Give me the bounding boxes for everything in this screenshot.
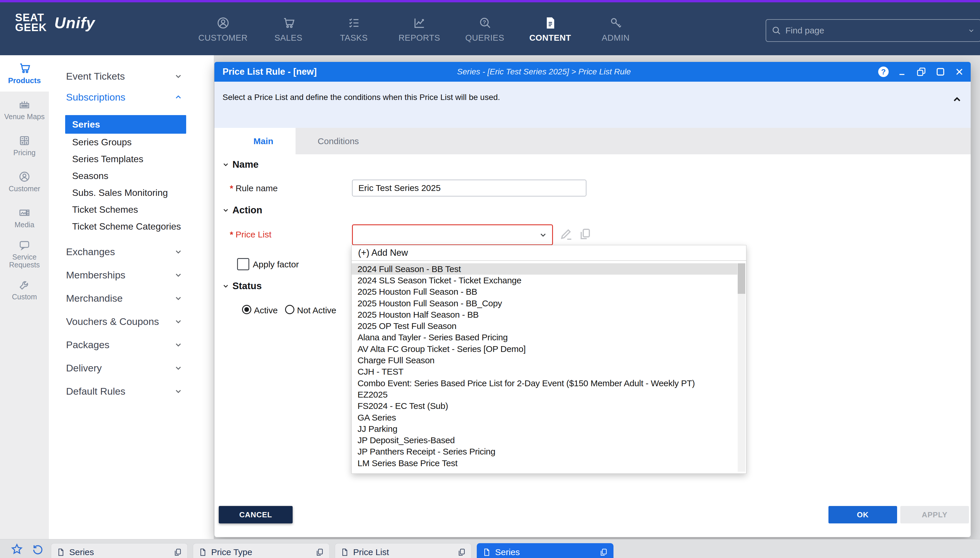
sidebar-section[interactable]: Memberships	[49, 263, 214, 287]
sidebar-subitem[interactable]: Ticket Schemes	[49, 201, 214, 218]
rail-item-custom[interactable]: Custom	[0, 272, 49, 308]
chat-bubble-icon	[18, 239, 31, 251]
dropdown-option[interactable]: 2025 Houston Half Season - BB	[352, 309, 738, 320]
sidebar-subitem-label: Ticket Schemes	[72, 204, 138, 215]
sidebar-subitem[interactable]: Subs. Sales Monitoring	[49, 184, 214, 201]
nav-item-tasks[interactable]: TASKS	[321, 10, 387, 48]
status-not-active-radio[interactable]	[285, 305, 294, 314]
nav-item-queries[interactable]: ? QUERIES	[452, 10, 517, 48]
ok-button[interactable]: OK	[828, 506, 897, 524]
taskbar-tab[interactable]: Series	[51, 543, 188, 558]
find-page-combobox[interactable]: Find page	[766, 19, 980, 42]
dropdown-option[interactable]: GA Series	[352, 412, 738, 423]
sidebar-section[interactable]: Default Rules	[49, 379, 214, 403]
dropdown-option[interactable]: JJ Parking	[352, 423, 738, 435]
rail-item-pricing[interactable]: Pricing	[0, 128, 49, 164]
nav-item-admin[interactable]: ADMIN	[583, 10, 648, 48]
dropdown-option[interactable]: LM Series Base Price Test	[352, 458, 738, 469]
tab-conditions[interactable]: Conditions	[296, 128, 381, 154]
rail-item-service-requests[interactable]: Service Requests	[0, 236, 49, 272]
sidebar-item-subscriptions[interactable]: Subscriptions	[49, 87, 214, 108]
chevron-down-icon	[174, 294, 183, 302]
dropdown-option-label: JP Panthers Receipt - Series Pricing	[357, 447, 496, 456]
dropdown-option[interactable]: EZ2025	[352, 389, 738, 400]
dropdown-option[interactable]: 2024 SLS Season Ticket - Ticket Exchange	[352, 275, 738, 286]
nav-item-sales[interactable]: SALES	[256, 10, 321, 48]
nav-item-reports[interactable]: REPORTS	[387, 10, 452, 48]
popout-icon[interactable]	[173, 548, 182, 556]
window-controls: ?	[878, 62, 964, 82]
rail-item-customer[interactable]: Customer	[0, 164, 49, 200]
cancel-button[interactable]: CANCEL	[219, 506, 293, 524]
dropdown-option[interactable]: Alana and Tayler - Series Based Pricing	[352, 332, 738, 343]
sidebar-section[interactable]: Delivery	[49, 356, 214, 379]
apply-button[interactable]: APPLY	[900, 506, 969, 524]
dropdown-option[interactable]: JP Deposit_Series-Based	[352, 435, 738, 446]
nav-item-customer[interactable]: CUSTOMER	[190, 10, 256, 48]
sidebar-section[interactable]: Vouchers & Coupons	[49, 310, 214, 333]
status-active-radio[interactable]	[242, 305, 251, 314]
popout-icon[interactable]	[457, 548, 466, 556]
sidebar-section[interactable]: Exchanges	[49, 240, 214, 263]
dropdown-scrollbar-thumb[interactable]	[738, 263, 745, 294]
dropdown-option-label: 2025 OP Test Full Season	[357, 321, 456, 331]
dropdown-option[interactable]: JP Panthers Receipt - Series Pricing	[352, 446, 738, 458]
rail-item-media[interactable]: Media	[0, 200, 49, 236]
dropdown-option[interactable]: 2025 OP Test Full Season	[352, 320, 738, 332]
section-action[interactable]: Action	[222, 205, 262, 216]
dropdown-option[interactable]: 2024 Full Season - BB Test	[352, 263, 738, 275]
media-icon	[18, 206, 31, 219]
sidebar-subitem[interactable]: Series Templates	[49, 151, 214, 167]
sidebar-section[interactable]: Packages	[49, 333, 214, 356]
document-icon	[544, 16, 557, 30]
rail-label: Pricing	[13, 149, 36, 157]
section-label: Status	[232, 281, 262, 292]
close-button[interactable]	[954, 67, 964, 77]
dropdown-option[interactable]: FS2024 - EC Test (Sub)	[352, 400, 738, 412]
rail-item-venue-maps[interactable]: Venue Maps	[0, 92, 49, 128]
seatgeek-unify-logo[interactable]: SEAT GEEK Unify	[15, 13, 95, 33]
maximize-button[interactable]	[935, 67, 946, 77]
sidebar-section[interactable]: Merchandise	[49, 287, 214, 310]
dropdown-add-new[interactable]: (+) Add New	[352, 245, 746, 261]
dropdown-option[interactable]: 2025 Houston Full Season - BB	[352, 286, 738, 298]
copy-price-list-icon[interactable]	[578, 227, 592, 241]
dropdown-option[interactable]: AV Alta FC Group Ticket - Series [OP Dem…	[352, 343, 738, 354]
sidebar-item-event-tickets[interactable]: Event Tickets	[49, 66, 214, 87]
chevron-down-icon[interactable]	[967, 27, 975, 34]
dropdown-option[interactable]: Charge FUll Season	[352, 354, 738, 366]
dropdown-option[interactable]: 2025 Houston Full Season - BB_Copy	[352, 298, 738, 309]
history-icon[interactable]	[31, 543, 44, 556]
favorites-star-icon[interactable]	[10, 543, 23, 556]
sidebar-subitem[interactable]: Series Groups	[49, 134, 214, 151]
price-list-select[interactable]	[352, 224, 553, 245]
edit-price-list-icon[interactable]	[559, 227, 573, 241]
taskbar-tab[interactable]: Series	[477, 543, 613, 558]
sidebar-subitem[interactable]: Series	[65, 115, 186, 134]
taskbar-tab[interactable]: Price Type	[193, 543, 329, 558]
section-name[interactable]: Name	[222, 159, 259, 170]
rail-item-products[interactable]: Products	[0, 55, 49, 92]
checklist-icon	[348, 16, 361, 30]
apply-factor-checkbox[interactable]	[237, 258, 249, 270]
minimize-button[interactable]	[898, 67, 907, 77]
popout-icon[interactable]	[599, 548, 608, 556]
help-button[interactable]: ?	[878, 67, 889, 77]
popout-icon[interactable]	[315, 548, 324, 556]
section-label: Action	[232, 205, 262, 216]
restore-button[interactable]	[916, 67, 926, 77]
nav-item-content[interactable]: CONTENT	[517, 10, 583, 48]
taskbar-tab[interactable]: Price List	[335, 543, 471, 558]
dropdown-option[interactable]: Combo Event: Series Based Price List for…	[352, 377, 738, 389]
section-status[interactable]: Status	[222, 281, 262, 292]
dropdown-option[interactable]: CJH - TEST	[352, 366, 738, 377]
status-active-label: Active	[254, 305, 278, 315]
dropdown-scrollbar-track[interactable]	[738, 263, 745, 472]
rule-name-input[interactable]	[352, 180, 586, 197]
dialog-titlebar[interactable]: Price List Rule - [new] Series - [Eric T…	[214, 62, 971, 82]
collapse-banner-chevron[interactable]	[952, 94, 962, 105]
sidebar-subitem[interactable]: Seasons	[49, 167, 214, 184]
dropdown-option-label: 2024 SLS Season Ticket - Ticket Exchange	[357, 276, 521, 286]
tab-main[interactable]: Main	[231, 128, 296, 154]
sidebar-subitem[interactable]: Ticket Scheme Categories	[49, 218, 214, 235]
